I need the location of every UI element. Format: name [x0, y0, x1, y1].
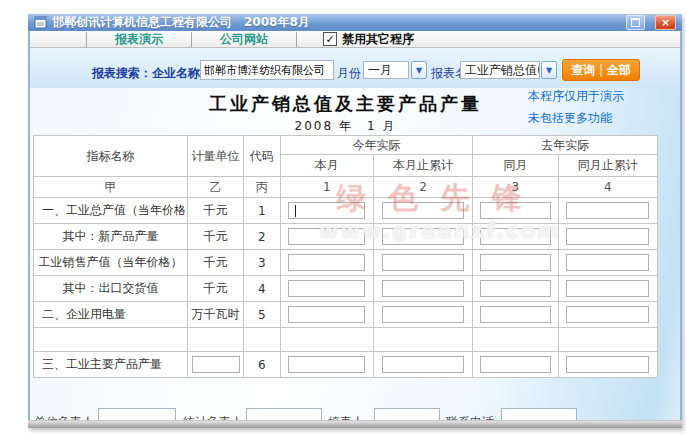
col-header-unit: 计量单位 [188, 136, 244, 177]
report-name-select[interactable]: 工业产销总值( [460, 61, 540, 79]
value-cell [373, 328, 472, 352]
month-dropdown-icon[interactable]: ▼ [411, 61, 427, 79]
table-letter-row: 甲 乙 丙 1 2 3 4 [34, 177, 658, 198]
indicator-name [34, 328, 188, 352]
col-header-same-month: 同月 [473, 155, 558, 177]
value-cell [280, 302, 373, 328]
col-header-month-cum: 本月止累计 [373, 155, 472, 177]
indicator-name: 其中：新产品产量 [34, 224, 188, 250]
app-window: 邯郸创讯计算机信息工程有限公司 2008年8月 × 报表演示 公司网站 ✓ 禁用… [28, 14, 682, 428]
checkbox-label: 禁用其它程序 [342, 31, 414, 48]
value-input[interactable] [480, 228, 551, 245]
table-row: 工业销售产值（当年价格）千元3 [34, 250, 658, 276]
value-input[interactable] [566, 202, 649, 219]
value-cell [473, 328, 558, 352]
value-cell [373, 276, 472, 302]
value-cell [373, 224, 472, 250]
unit-cell: 千元 [188, 250, 244, 276]
value-cell [280, 198, 373, 224]
value-input[interactable] [288, 306, 366, 323]
value-cell [280, 250, 373, 276]
unit-cell: 千元 [188, 276, 244, 302]
value-input[interactable] [480, 202, 551, 219]
report-table: 指标名称 计量单位 代码 今年实际 去年实际 本月 本月止累计 同月 同月止累计… [33, 135, 658, 378]
table-row: 三、工业主要产品产量6 [34, 352, 658, 378]
month-select[interactable]: 一月 [363, 61, 409, 79]
value-input[interactable] [566, 228, 649, 245]
maximize-icon[interactable] [626, 15, 645, 30]
value-input[interactable] [480, 280, 551, 297]
table-row: 其中：出口交货值千元4 [34, 276, 658, 302]
value-cell [473, 352, 558, 378]
unit-cell: 千元 [188, 198, 244, 224]
disable-other-programs-checkbox[interactable]: ✓ [323, 32, 337, 46]
value-cell [373, 352, 472, 378]
unit-cell [188, 352, 244, 378]
value-cell [373, 250, 472, 276]
indicator-name: 工业销售产值（当年价格） [34, 250, 188, 276]
indicator-name: 三、工业主要产品产量 [34, 352, 188, 378]
value-input[interactable] [382, 228, 465, 245]
value-cell [373, 198, 472, 224]
value-cell [280, 352, 373, 378]
value-cell [558, 276, 657, 302]
value-cell [558, 328, 657, 352]
value-input[interactable] [288, 356, 366, 373]
close-icon[interactable]: × [655, 15, 676, 30]
value-input[interactable] [566, 306, 649, 323]
value-input[interactable] [382, 306, 465, 323]
letter-col2: 2 [373, 177, 472, 198]
indicator-name: 其中：出口交货值 [34, 276, 188, 302]
col-header-month: 本月 [280, 155, 373, 177]
value-cell [473, 302, 558, 328]
value-input[interactable] [480, 254, 551, 271]
value-input[interactable] [382, 254, 465, 271]
value-cell [280, 224, 373, 250]
value-cell [473, 224, 558, 250]
value-input[interactable] [480, 306, 551, 323]
unit-input[interactable] [192, 356, 240, 373]
col-header-same-month-cum: 同月止累计 [558, 155, 657, 177]
table-header-row-1: 指标名称 计量单位 代码 今年实际 去年实际 [34, 136, 658, 155]
value-cell [558, 352, 657, 378]
value-cell [558, 224, 657, 250]
value-input[interactable] [566, 254, 649, 271]
table-row: 一、工业总产值（当年价格）千元1 [34, 198, 658, 224]
value-input[interactable] [288, 280, 366, 297]
col-header-code: 代码 [244, 136, 281, 177]
value-cell [558, 250, 657, 276]
report-demo-button[interactable]: 报表演示 [86, 32, 192, 47]
value-cell [558, 198, 657, 224]
all-button-label: 全部 [607, 62, 631, 79]
titlebar: 邯郸创讯计算机信息工程有限公司 2008年8月 × [28, 14, 682, 31]
code-cell: 1 [244, 198, 281, 224]
value-input[interactable] [382, 356, 465, 373]
value-input[interactable] [566, 280, 649, 297]
unit-cell: 万千瓦时 [188, 302, 244, 328]
letter-unit: 乙 [188, 177, 244, 198]
value-input[interactable] [480, 356, 551, 373]
code-cell: 5 [244, 302, 281, 328]
value-input[interactable] [288, 228, 366, 245]
query-all-button[interactable]: 查询 | 全部 [562, 59, 640, 81]
window-bottom-edge[interactable] [28, 420, 682, 428]
company-site-button[interactable]: 公司网站 [191, 32, 297, 47]
value-input[interactable] [382, 280, 465, 297]
company-name-input[interactable] [200, 60, 334, 80]
value-input[interactable] [382, 202, 465, 219]
search-company-label: 报表搜索：企业名称 [92, 65, 200, 82]
col-header-indicator: 指标名称 [34, 136, 188, 177]
unit-cell: 千元 [188, 224, 244, 250]
table-row: 其中：新产品产量千元2 [34, 224, 658, 250]
value-input[interactable] [288, 202, 366, 219]
value-input[interactable] [288, 254, 366, 271]
query-button-label: 查询 [571, 62, 595, 79]
value-input[interactable] [566, 356, 649, 373]
month-label: 月份 [337, 65, 361, 82]
value-cell [280, 328, 373, 352]
value-cell [473, 198, 558, 224]
code-cell [244, 328, 281, 352]
value-cell [473, 250, 558, 276]
app-icon [34, 16, 47, 29]
report-dropdown-icon[interactable]: ▼ [541, 61, 557, 79]
